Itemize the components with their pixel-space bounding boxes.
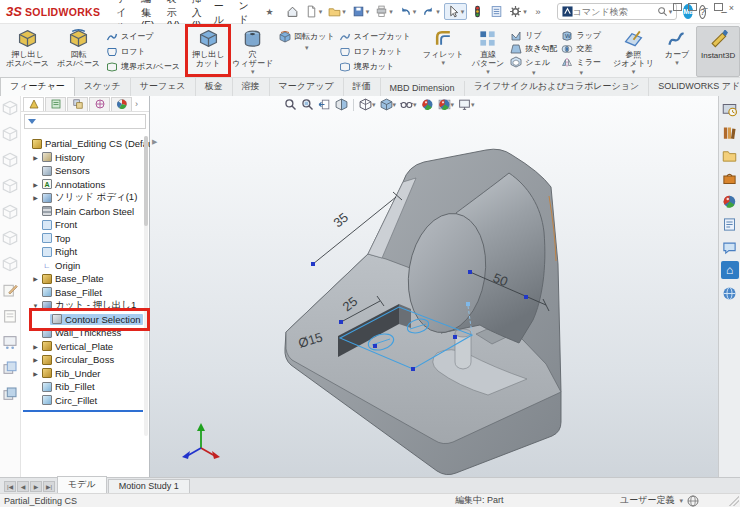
tab-フィーチャー[interactable]: フィーチャー bbox=[0, 77, 75, 96]
tree-item-body[interactable]: AAnnotations bbox=[40, 179, 107, 190]
tree-item-body[interactable]: Circular_Boss bbox=[40, 354, 116, 365]
dropdown-caret-icon[interactable]: ▾ bbox=[251, 68, 255, 76]
ghost-cube-3-icon[interactable] bbox=[2, 152, 18, 168]
bottom-tab-モデル[interactable]: モデル bbox=[57, 476, 107, 493]
ribbon-button-sweep[interactable]: スイープ bbox=[106, 29, 180, 44]
expander-icon[interactable]: ▶ bbox=[31, 343, 40, 350]
globe-icon[interactable] bbox=[687, 495, 699, 507]
caret-icon[interactable]: ▾ bbox=[451, 101, 455, 109]
units-caret-icon[interactable]: ▾ bbox=[679, 497, 683, 505]
save-button[interactable]: ▾ bbox=[350, 4, 372, 19]
task-pane-forum[interactable] bbox=[721, 238, 739, 256]
task-pane-appearances[interactable] bbox=[721, 192, 739, 210]
ghost-cube-7-icon[interactable] bbox=[2, 256, 18, 272]
caret-icon[interactable]: ▾ bbox=[461, 8, 465, 16]
tree-item-Vertical_Plate[interactable]: ▶Vertical_Plate bbox=[21, 340, 149, 354]
edit-sketch-icon[interactable] bbox=[2, 282, 18, 298]
ribbon-button-draft[interactable]: 抜き勾配 bbox=[510, 42, 557, 55]
caret-icon[interactable]: ▾ bbox=[372, 101, 376, 109]
dropdown-caret-icon[interactable]: ▾ bbox=[675, 59, 679, 67]
selected-handle[interactable] bbox=[466, 302, 470, 306]
tab-nav-first[interactable]: |◀ bbox=[4, 481, 16, 492]
tree-item-body[interactable]: Top bbox=[40, 233, 72, 244]
tree-item-Partial_Editing-CS-Default-Default-_[interactable]: Partial_Editing CS (Default) <<Default>_ bbox=[21, 137, 149, 151]
print-button[interactable]: ▾ bbox=[373, 4, 395, 19]
tab-nav-next[interactable]: ▶ bbox=[30, 481, 42, 492]
tab-マークアップ[interactable]: マークアップ bbox=[270, 78, 344, 96]
tree-item-body[interactable]: カット - 押し出し1 bbox=[40, 299, 138, 312]
hide-show-items-button[interactable]: ▾ bbox=[399, 97, 418, 112]
caret-icon[interactable]: ▾ bbox=[342, 8, 346, 16]
restore-button[interactable] bbox=[734, 4, 740, 20]
tree-item-Circ_Fillet[interactable]: Circ_Fillet bbox=[21, 394, 149, 408]
tree-item-body[interactable]: Front bbox=[40, 219, 79, 230]
tree-item-Plain-Carbon-Steel[interactable]: Plain Carbon Steel bbox=[21, 205, 149, 219]
panel-tabs-overflow[interactable]: › bbox=[135, 99, 138, 109]
tab-ライフサイクルおよびコラボレーション[interactable]: ライフサイクルおよびコラボレーション bbox=[465, 78, 650, 96]
dropdown-caret-icon[interactable]: ▾ bbox=[561, 69, 601, 77]
display-style-button[interactable]: ▾ bbox=[379, 97, 398, 112]
task-pane-custom-properties[interactable] bbox=[721, 215, 739, 233]
tree-item-body[interactable]: Plain Carbon Steel bbox=[40, 206, 136, 217]
caret-icon[interactable]: ▾ bbox=[436, 8, 440, 16]
overflow-button[interactable]: » bbox=[531, 4, 548, 19]
task-pane-home[interactable]: ⌂ bbox=[721, 261, 739, 279]
tab-MBD Dimension[interactable]: MBD Dimension bbox=[381, 81, 465, 96]
open-button[interactable]: ▾ bbox=[326, 4, 348, 19]
ghost-cube-2-icon[interactable] bbox=[2, 126, 18, 142]
ribbon-button-sweep-cut[interactable]: スイープカット bbox=[339, 29, 411, 44]
feature-tree-filter[interactable] bbox=[24, 114, 146, 129]
edit-appearance-button[interactable] bbox=[420, 97, 435, 112]
tree-item-Contour-Selection[interactable]: Contour Selection bbox=[21, 313, 149, 327]
tree-item-History[interactable]: ▶History bbox=[21, 151, 149, 165]
expander-icon[interactable]: ▶ bbox=[31, 181, 40, 188]
tree-item-body[interactable]: Circ_Fillet bbox=[40, 395, 99, 406]
tree-item-body[interactable]: Sensors bbox=[40, 165, 92, 176]
zoom-area-button[interactable] bbox=[300, 97, 315, 112]
expander-icon[interactable]: ▶ bbox=[31, 370, 40, 377]
tree-item-body[interactable]: Base_Plate bbox=[40, 273, 106, 284]
ribbon-button-loft-cut[interactable]: ロフトカット bbox=[339, 44, 411, 59]
search-magnifier-icon[interactable] bbox=[657, 6, 668, 17]
ribbon-button-reference-geometry[interactable]: 参照ジオメトリ▾ bbox=[609, 26, 658, 77]
file-properties-button[interactable] bbox=[488, 4, 505, 19]
tree-item--1-[interactable]: ▶ソリッド ボディ(1) bbox=[21, 191, 149, 205]
tree-item-body[interactable]: ∟Origin bbox=[40, 260, 82, 271]
tab-スケッチ[interactable]: スケッチ bbox=[75, 78, 131, 96]
ribbon-button-loft[interactable]: ロフト bbox=[106, 44, 180, 59]
tree-item-body[interactable]: Vertical_Plate bbox=[40, 341, 115, 352]
ghost-cube-4-icon[interactable] bbox=[2, 178, 18, 194]
tree-item-body[interactable]: Rib_Fillet bbox=[40, 381, 97, 392]
expander-icon[interactable]: ▶ bbox=[31, 194, 40, 201]
tree-item-body[interactable]: Base_Fillet bbox=[40, 287, 104, 298]
ribbon-button-revolve-cut[interactable]: 回転カット bbox=[279, 29, 335, 44]
caret-icon[interactable]: ▾ bbox=[471, 101, 475, 109]
tree-item-Top[interactable]: Top bbox=[21, 232, 149, 246]
expander-icon[interactable]: ▶ bbox=[31, 154, 40, 161]
expander-icon[interactable]: ▼ bbox=[31, 303, 40, 309]
tree-scrollbar[interactable] bbox=[144, 136, 148, 436]
doc-tile-button[interactable] bbox=[688, 2, 697, 14]
tree-item-body[interactable]: ソリッド ボディ(1) bbox=[40, 191, 139, 204]
tree-item--1[interactable]: ▼カット - 押し出し1 bbox=[21, 299, 149, 313]
tree-item-Base_Plate[interactable]: ▶Base_Plate bbox=[21, 272, 149, 286]
dropdown-caret-icon[interactable]: ▾ bbox=[486, 68, 490, 76]
tab-板金[interactable]: 板金 bbox=[196, 78, 233, 96]
task-pane-file-explorer[interactable] bbox=[721, 146, 739, 164]
tree-item-Circular_Boss[interactable]: ▶Circular_Boss bbox=[21, 353, 149, 367]
task-pane-3d-content-central[interactable] bbox=[721, 284, 739, 302]
units-label[interactable]: ユーザー定義 bbox=[620, 494, 674, 507]
ribbon-button-hole-wizard[interactable]: 穴ウィザード▾ bbox=[228, 26, 277, 77]
panel-tab-feature-manager[interactable] bbox=[23, 97, 44, 111]
tab-nav-last[interactable]: ▶| bbox=[43, 481, 55, 492]
ghost-cube-6-icon[interactable] bbox=[2, 230, 18, 246]
command-search-input[interactable] bbox=[573, 7, 657, 17]
doc-restore-button[interactable] bbox=[714, 2, 723, 14]
tree-item-Rib_Fillet[interactable]: Rib_Fillet bbox=[21, 380, 149, 394]
view-settings-button[interactable]: ▾ bbox=[457, 97, 476, 112]
caret-icon[interactable]: ▾ bbox=[393, 101, 397, 109]
home-button[interactable] bbox=[284, 4, 301, 19]
copy-stack-1-icon[interactable] bbox=[2, 360, 18, 376]
dropdown-caret-icon[interactable]: ▾ bbox=[279, 44, 335, 52]
rebuild-button[interactable] bbox=[469, 4, 486, 19]
